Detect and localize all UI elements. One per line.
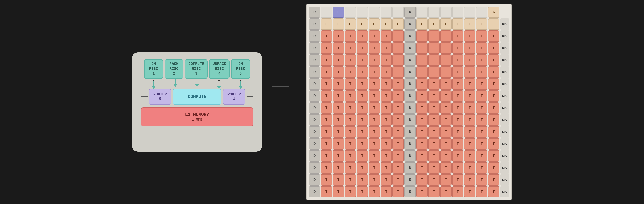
- cell-9-13: T: [464, 114, 476, 126]
- cell-12-7: T: [392, 150, 404, 162]
- cell-1-15: E: [488, 19, 499, 30]
- cpu-label-0: CPU: [500, 19, 509, 30]
- cell-13-8: D: [404, 162, 416, 173]
- memory-row: L1 MEMORY 1.5MB: [141, 108, 254, 126]
- cell-3-2: T: [333, 42, 344, 54]
- cell-7-12: T: [452, 90, 464, 102]
- cell-4-4: T: [357, 54, 368, 66]
- cpu-label-10: CPU: [500, 138, 509, 150]
- cell-14-8: D: [404, 174, 416, 185]
- cell-13-4: T: [357, 162, 368, 173]
- cell-1-13: E: [464, 19, 476, 30]
- cell-1-8: D: [404, 19, 416, 30]
- cell-11-12: T: [452, 138, 464, 150]
- cell-9-3: T: [345, 114, 356, 126]
- risc-blocks-row: DMRISC1 PACKRISC2 COMPUTERISC3 UNPACKRIS…: [141, 59, 254, 79]
- cell-9-10: T: [428, 114, 440, 126]
- cell-12-6: T: [380, 150, 392, 162]
- cell-12-3: T: [345, 150, 356, 162]
- cell-14-12: T: [452, 174, 464, 185]
- cell-8-7: T: [392, 102, 404, 114]
- cell-12-2: T: [333, 150, 344, 162]
- cell-4-0: D: [309, 54, 320, 66]
- cell-14-3: T: [345, 174, 356, 185]
- cell-5-11: T: [440, 66, 452, 78]
- cell-13-6: T: [380, 162, 392, 173]
- cell-14-5: T: [368, 174, 380, 185]
- cell-4-10: T: [428, 54, 440, 66]
- cell-14-13: T: [464, 174, 476, 185]
- cell-12-14: T: [476, 150, 487, 162]
- cell-6-8: D: [404, 78, 416, 90]
- cell-15-11: T: [440, 186, 452, 197]
- cell-3-9: T: [416, 42, 428, 54]
- cell-5-2: T: [333, 66, 344, 78]
- memory-block: L1 MEMORY 1.5MB: [141, 108, 254, 126]
- cell-1-12: E: [452, 19, 464, 30]
- cell-0-6: [380, 7, 392, 18]
- cell-7-14: T: [476, 90, 487, 102]
- cell-4-11: T: [440, 54, 452, 66]
- cell-7-13: T: [464, 90, 476, 102]
- cell-11-8: D: [404, 138, 416, 150]
- cell-2-3: T: [345, 31, 356, 42]
- arrow-3: [188, 79, 206, 87]
- cell-4-1: T: [321, 54, 332, 66]
- cell-5-10: T: [428, 66, 440, 78]
- cell-8-13: T: [464, 102, 476, 114]
- cell-3-0: D: [309, 42, 320, 54]
- cell-15-12: T: [452, 186, 464, 197]
- cell-15-3: T: [345, 186, 356, 197]
- cell-7-2: T: [333, 90, 344, 102]
- cell-11-6: T: [380, 138, 392, 150]
- risc-block-2: PACKRISC2: [165, 59, 184, 79]
- cell-2-6: T: [380, 31, 392, 42]
- cell-8-3: T: [345, 102, 356, 114]
- cell-12-9: T: [416, 150, 428, 162]
- cell-6-5: T: [368, 78, 380, 90]
- cell-8-5: T: [368, 102, 380, 114]
- cell-10-8: D: [404, 126, 416, 138]
- arrow-2: [166, 79, 185, 87]
- cell-13-15: T: [488, 162, 499, 173]
- cpu-label-8: CPU: [500, 114, 509, 126]
- cell-8-1: T: [321, 102, 332, 114]
- cell-2-10: T: [428, 31, 440, 42]
- arrow-5: [231, 79, 250, 89]
- risc-block-3: COMPUTERISC3: [185, 59, 208, 79]
- cell-6-14: T: [476, 78, 487, 90]
- cell-11-9: T: [416, 138, 428, 150]
- cell-15-1: T: [321, 186, 332, 197]
- cell-3-1: T: [321, 42, 332, 54]
- cell-11-10: T: [428, 138, 440, 150]
- cell-4-3: T: [345, 54, 356, 66]
- cpu-label-1: CPU: [500, 31, 509, 42]
- cell-11-2: T: [333, 138, 344, 150]
- cell-4-14: T: [476, 54, 487, 66]
- cell-3-15: T: [488, 42, 499, 54]
- cell-9-4: T: [357, 114, 368, 126]
- cell-12-0: D: [309, 150, 320, 162]
- cell-9-5: T: [368, 114, 380, 126]
- cell-15-14: T: [476, 186, 487, 197]
- cell-8-9: T: [416, 102, 428, 114]
- cell-7-10: T: [428, 90, 440, 102]
- cell-6-15: T: [488, 78, 499, 90]
- cell-10-10: T: [428, 126, 440, 138]
- cell-12-12: T: [452, 150, 464, 162]
- cell-1-4: E: [357, 19, 368, 30]
- router-1: ROUTER1: [223, 89, 245, 105]
- cell-2-9: T: [416, 31, 428, 42]
- grid-area: DPDADEEEEEEEDEEEEEEEDTTTTTTTDTTTTTTTDTTT…: [306, 4, 512, 200]
- cell-14-2: T: [333, 174, 344, 185]
- cell-8-0: D: [309, 102, 320, 114]
- cell-10-9: T: [416, 126, 428, 138]
- cell-10-3: T: [345, 126, 356, 138]
- cpu-label-6: CPU: [500, 90, 509, 102]
- cell-14-4: T: [357, 174, 368, 185]
- cell-1-2: E: [333, 19, 344, 30]
- cell-10-2: T: [333, 126, 344, 138]
- cell-3-5: T: [368, 42, 380, 54]
- cell-11-15: T: [488, 138, 499, 150]
- grid-container: DPDADEEEEEEEDEEEEEEEDTTTTTTTDTTTTTTTDTTT…: [306, 4, 512, 200]
